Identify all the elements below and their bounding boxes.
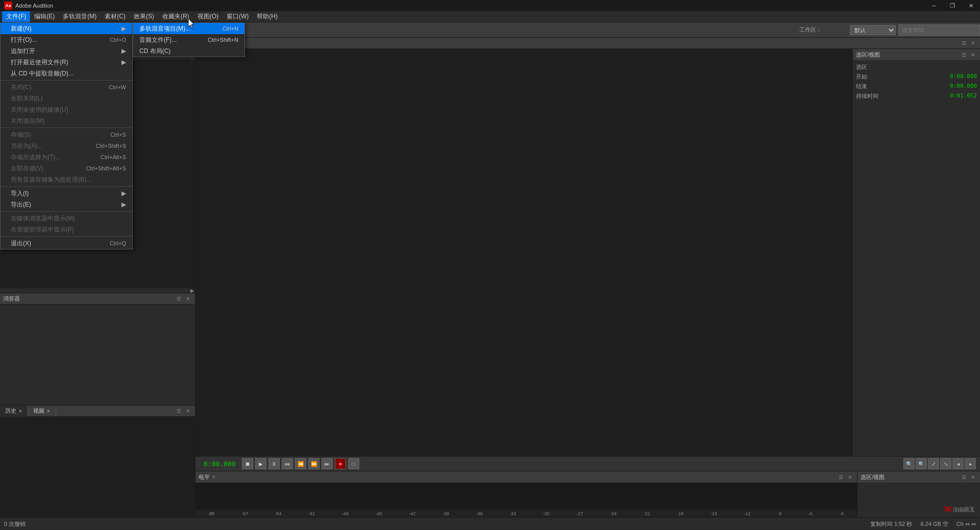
menu-add-open[interactable]: 追加打开 ▶ [1,45,132,57]
brand-x: ✕ [943,503,950,515]
menu-favorites[interactable]: 收藏夹(R) [158,11,193,22]
submenu-audio-file[interactable]: 音频文件(F)... Ctrl+Shift+N [133,34,244,45]
bottom-panels: 电平 ✕ ☰ ✕ dB -57 -54 -51 -48 -45 [195,471,980,517]
menu-file[interactable]: 文件(F) [2,11,30,22]
media-tab[interactable]: 视频 ✕ [28,406,56,417]
play-button[interactable]: ▶ [255,458,266,469]
menu-save-sel-label: 存储所选择为(T)... [11,153,60,162]
mixer-header: 消音器 ☰ ✕ [0,293,195,305]
submenu-cd-layout[interactable]: CD 布局(C) [133,45,244,57]
selection-panel-menu[interactable]: ☰ [960,51,968,59]
menu-multitrack[interactable]: 多轨混音(M) [59,11,101,22]
menu-save-sel[interactable]: 存储所选择为(T)... Ctrl+Alt+S [1,152,132,163]
time-remaining: 复制时间 1:52 秒 [870,520,913,528]
history-tab[interactable]: 历史 ✕ [0,406,28,417]
menu-edit[interactable]: 编辑(E) [30,11,59,22]
right-bottom-tab[interactable]: 选区/视图 [861,473,885,481]
separator-5 [1,236,132,237]
goto-end-button[interactable]: ⏭ [322,458,333,469]
region-start-value: 0:00.000 [950,73,977,81]
extra-status: Ch ⇔ ⇔ [957,521,976,527]
zoom-in-button[interactable]: 🔍 [903,458,915,469]
menu-clips[interactable]: 素材(C) [101,11,130,22]
rewind-button[interactable]: ⏪ [295,458,306,469]
separator-3 [1,186,132,187]
region-start-label: 开始 [856,73,867,81]
menu-save-all-audio[interactable]: 所有音源存储备为批处理(B)... [1,174,132,185]
right-bottom-close[interactable]: ✕ [969,473,977,481]
menu-save-all[interactable]: 全部存储(V) Ctrl+Shift+Alt+S [1,163,132,174]
menu-export-label: 导出(E) [11,200,31,209]
search-input[interactable] [898,24,980,36]
menu-export[interactable]: 导出(E) ▶ [1,199,132,210]
scroll-left-button[interactable]: ◂ [952,458,964,469]
time-display: 0:00.000 [200,460,240,468]
fast-forward-button[interactable]: ⏩ [308,458,320,469]
menu-new[interactable]: 新建(N) ▶ [1,23,132,34]
menu-quit[interactable]: 退出(X) Ctrl+Q [1,238,132,249]
region-end-label: 结束 [856,83,867,90]
separator-4 [1,211,132,212]
meter-tab[interactable]: 电平 [199,473,210,481]
close-button[interactable]: ✕ [962,0,980,11]
file-dropdown: 新建(N) ▶ 打开(O)... Ctrl+O 追加打开 ▶ 打开最近使用文件(… [0,22,133,249]
right-bottom-menu[interactable]: ☰ [960,473,968,481]
workspace-select[interactable]: 默认 [850,25,896,35]
menu-recent[interactable]: 打开最近使用文件(R) ▶ [1,57,132,68]
stop-button[interactable]: ⏹ [242,458,253,469]
region-end-value: 0:00.000 [950,83,977,90]
menu-close-label: 关闭(C) [11,83,32,92]
zoom-out-button[interactable]: 🔍 [916,458,927,469]
right-bottom-header: 选区/视图 ☰ ✕ [857,471,980,483]
submenu-cd-layout-label: CD 布局(C) [139,47,170,56]
restore-button[interactable]: ❐ [943,0,962,11]
main-panel-close[interactable]: ✕ [969,39,977,47]
menu-show-explorer[interactable]: 在资源管理器中显示(P) [1,224,132,235]
record-button[interactable]: ⏺ [335,458,346,469]
menu-close-all[interactable]: 全部关闭(L) [1,93,132,104]
loop-button[interactable]: □ [348,458,359,469]
bottom-panel-menu[interactable]: ☰ [175,407,183,415]
menu-show-browser-label: 在媒体浏览器中显示(M) [11,214,75,223]
horizontal-scroll[interactable]: ▶ [0,288,195,293]
left-bottom-panel: 历史 ✕ 视频 ✕ ☰ ✕ [0,405,195,517]
meter-close-x[interactable]: ✕ [212,474,216,479]
menu-view[interactable]: 视图(O) [193,11,223,22]
menu-extract-cd[interactable]: 从 CD 中提取音频(D)... [1,68,132,79]
submenu-audio-file-shortcut: Ctrl+Shift+N [208,37,238,43]
workspace-label: 工作区： [799,26,822,34]
submenu-multitrack[interactable]: 多轨混音项目(M)... Ctrl+N [133,23,244,34]
bottom-panel-close[interactable]: ✕ [184,407,192,415]
menu-save-as[interactable]: 另存为(A)... Ctrl+Shift+S [1,140,132,152]
menu-close[interactable]: 关闭(C) Ctrl+W [1,82,132,93]
zoom-sel-button[interactable]: ⤡ [940,458,951,469]
menu-help[interactable]: 帮助(H) [253,11,282,22]
mixer-panel-menu[interactable]: ☰ [175,295,183,303]
submenu-arrow-add: ▶ [121,47,126,55]
scroll-right-button[interactable]: ▸ [965,458,976,469]
mixer-panel: 消音器 ☰ ✕ [0,293,195,405]
menu-open[interactable]: 打开(O)... Ctrl+O [1,34,132,45]
main-panel-menu[interactable]: ☰ [960,39,968,47]
selection-panel-header: 选区/视图 ☰ ✕ [853,49,980,60]
menu-effects[interactable]: 效果(S) [130,11,158,22]
menu-close-session[interactable]: 关闭项目(M) [1,115,132,127]
selection-view-tab[interactable]: 选区/视图 [856,51,880,59]
meter-panel-close[interactable]: ✕ [846,473,854,481]
goto-start-button[interactable]: ⏮ [282,458,293,469]
menu-import[interactable]: 导入(I) ▶ [1,188,132,199]
minimize-button[interactable]: ─ [925,0,943,11]
zoom-fit-button[interactable]: ⤢ [928,458,939,469]
mixer-panel-close[interactable]: ✕ [184,295,192,303]
pause-button[interactable]: ⏸ [268,458,280,469]
menu-save-all-audio-label: 所有音源存储备为批处理(B)... [11,175,91,184]
transport-bar: 0:00.000 ⏹ ▶ ⏸ ⏮ ⏪ ⏩ ⏭ ⏺ □ 🔍 🔍 ⤢ ⤡ ◂ ▸ [195,456,980,471]
main-layout: 文件 ☰ ✕ 采样率 声道 ▶ 消音 [0,38,980,517]
menu-window[interactable]: 窗口(W) [223,11,253,22]
meter-panel-menu[interactable]: ☰ [837,473,845,481]
menu-close-unused[interactable]: 关闭未使用的媒体(U) [1,104,132,115]
menu-show-browser[interactable]: 在媒体浏览器中显示(M) [1,213,132,224]
selection-panel-close[interactable]: ✕ [969,51,977,59]
menu-save[interactable]: 存储(S) Ctrl+S [1,129,132,140]
menu-save-shortcut: Ctrl+S [110,132,126,138]
